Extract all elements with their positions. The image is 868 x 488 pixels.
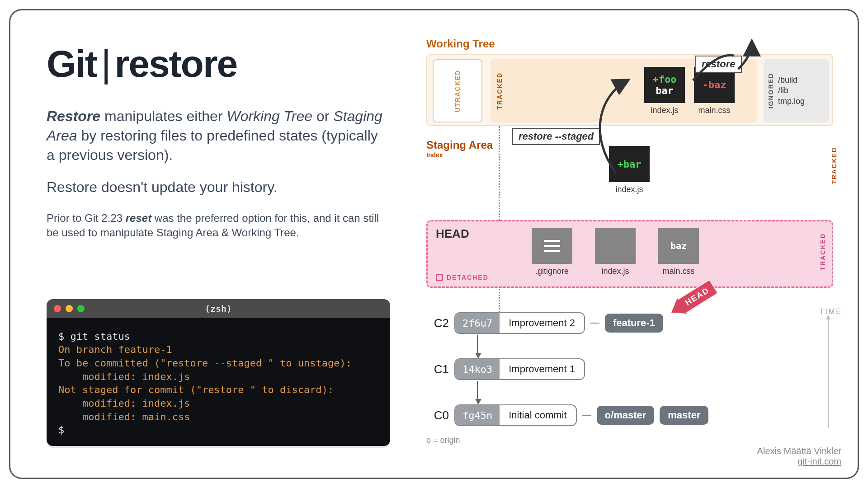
file-caption: index.js bbox=[651, 106, 678, 115]
commit-arrow-c1-c0 bbox=[477, 381, 478, 404]
terminal-shell-label: (zsh) bbox=[47, 303, 390, 314]
head-tracked-label: TRACKED bbox=[819, 233, 826, 270]
commit-pill: 2f6u7 Improvement 2 bbox=[454, 312, 585, 334]
ignored-list: /build /lib tmp.log bbox=[778, 75, 805, 107]
wt-tracked-label: TRACKED bbox=[496, 72, 503, 109]
left-column: Git|restore Restore manipulates either W… bbox=[47, 42, 386, 240]
credit-link[interactable]: git-init.com bbox=[757, 456, 841, 467]
paragraph-2: Restore doesn't update your history. bbox=[47, 179, 386, 196]
title-right: restore bbox=[114, 42, 237, 85]
working-tree-title: Working Tree bbox=[426, 38, 495, 50]
staging-file-indexjs: +bar index.js bbox=[609, 146, 650, 194]
staging-subtitle: Index bbox=[426, 151, 443, 159]
checkbox-icon bbox=[436, 274, 443, 281]
head-file-gitignore: .gitignore bbox=[532, 228, 572, 276]
commit-row-c0: C0 fg45n Initial commit o/master master bbox=[426, 404, 833, 426]
page-title: Git|restore bbox=[47, 42, 386, 86]
title-separator: | bbox=[97, 42, 115, 85]
head-title: HEAD bbox=[436, 227, 469, 241]
wt-file-indexjs: +foo bar index.js bbox=[644, 67, 685, 115]
ignored-label: IGNORED bbox=[767, 73, 774, 108]
commit-pill: 14ko3 Improvement 1 bbox=[454, 358, 585, 380]
callout-restore-staged: restore --staged bbox=[512, 128, 600, 145]
credit: Alexis Määttä Vinkler git-init.com bbox=[757, 446, 841, 467]
terminal-window: (zsh) $ git status On branch feature-1 T… bbox=[47, 299, 390, 446]
file-block: baz bbox=[658, 228, 699, 264]
commit-row-c2: C2 2f6u7 Improvement 2 feature-1 bbox=[426, 312, 833, 334]
file-block bbox=[595, 228, 636, 264]
wt-file-maincss: -baz main.css bbox=[694, 67, 735, 115]
branch-feature-1: feature-1 bbox=[605, 314, 663, 333]
dotted-connector-2 bbox=[499, 289, 500, 312]
para1-lead: Restore bbox=[47, 108, 100, 124]
working-tree-box: UTRACKED TRACKED +foo bar index.js -baz … bbox=[426, 54, 833, 126]
diagram: Working Tree UTRACKED TRACKED +foo bar i… bbox=[426, 38, 842, 453]
file-block: +foo bar bbox=[644, 67, 685, 103]
untracked-box: UTRACKED bbox=[433, 59, 482, 122]
paragraph-1: Restore manipulates either Working Tree … bbox=[47, 107, 386, 165]
untracked-label: UTRACKED bbox=[454, 70, 461, 113]
staging-tracked-label: TRACKED bbox=[830, 147, 838, 184]
terminal-titlebar: (zsh) bbox=[47, 299, 390, 318]
dotted-connector bbox=[499, 126, 500, 221]
file-caption: index.js bbox=[615, 185, 643, 194]
file-block: +bar bbox=[609, 146, 650, 182]
head-file-indexjs: index.js bbox=[595, 228, 636, 276]
commit-row-c1: C1 14ko3 Improvement 1 bbox=[426, 358, 833, 380]
branch-o-master: o/master bbox=[597, 406, 655, 425]
head-file-maincss: baz main.css bbox=[658, 228, 699, 276]
terminal-output: $ git status On branch feature-1 To be c… bbox=[47, 318, 390, 446]
time-axis bbox=[828, 319, 829, 428]
staging-title: Staging Area bbox=[426, 139, 493, 151]
file-caption: main.css bbox=[698, 106, 730, 115]
file-block bbox=[532, 228, 572, 264]
head-box: HEAD DETACHED .gitignore index.js baz ma… bbox=[426, 220, 833, 288]
slide-frame: Git|restore Restore manipulates either W… bbox=[9, 9, 859, 479]
callout-restore: restore bbox=[695, 56, 742, 73]
commit-arrow-c2-c1 bbox=[477, 335, 478, 357]
detached-indicator: DETACHED bbox=[436, 274, 489, 281]
head-files: .gitignore index.js baz main.css bbox=[527, 228, 703, 276]
branch-master: master bbox=[660, 406, 708, 425]
ignored-box: IGNORED /build /lib tmp.log bbox=[764, 59, 829, 122]
title-left: Git bbox=[47, 42, 97, 85]
paragraph-3: Prior to Git 2.23 reset was the preferre… bbox=[47, 211, 386, 240]
origin-note: o = origin bbox=[426, 436, 460, 445]
time-label: TIME bbox=[820, 308, 842, 316]
commit-pill: fg45n Initial commit bbox=[454, 404, 577, 426]
